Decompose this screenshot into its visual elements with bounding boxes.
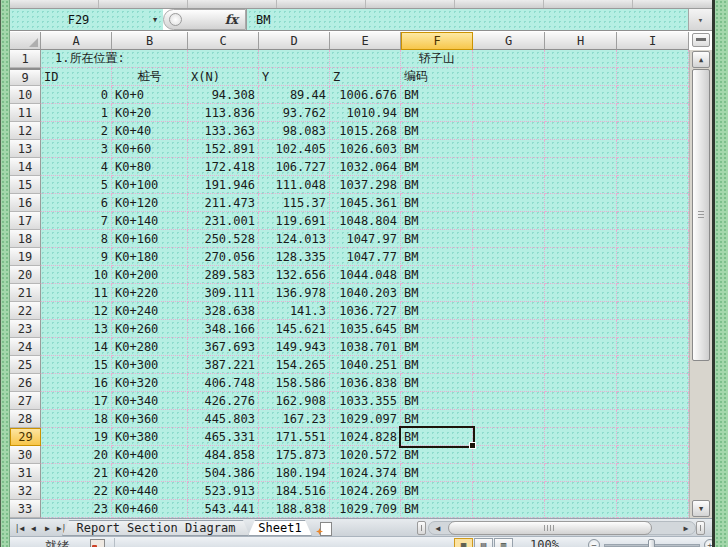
cell-B32[interactable]: K0+440 [112, 482, 188, 500]
cell-H26[interactable] [545, 374, 617, 392]
cell-E13[interactable]: 1026.603 [330, 140, 401, 158]
cell-I10[interactable] [617, 86, 689, 104]
cell-C1[interactable] [188, 50, 259, 68]
cell-H12[interactable] [545, 122, 617, 140]
cell-D9[interactable]: Y [259, 68, 330, 86]
cell-H17[interactable] [545, 212, 617, 230]
cell-A27[interactable]: 17 [41, 392, 112, 410]
column-header-H[interactable]: H [545, 32, 617, 50]
cell-D31[interactable]: 180.194 [259, 464, 330, 482]
cell-G23[interactable] [473, 320, 545, 338]
cell-D10[interactable]: 89.44 [259, 86, 330, 104]
cell-H31[interactable] [545, 464, 617, 482]
row-header-26[interactable]: 26 [10, 374, 41, 392]
cell-C15[interactable]: 191.946 [188, 176, 259, 194]
cell-G16[interactable] [473, 194, 545, 212]
cell-G9[interactable] [473, 68, 545, 86]
cell-G29[interactable] [473, 428, 545, 446]
cell-F31[interactable]: BM [401, 464, 473, 482]
horizontal-scrollbar-thumb[interactable] [448, 521, 652, 535]
row-header-14[interactable]: 14 [10, 158, 41, 176]
cell-C33[interactable]: 543.441 [188, 500, 259, 518]
cell-D24[interactable]: 149.943 [259, 338, 330, 356]
cell-I19[interactable] [617, 248, 689, 266]
cell-A16[interactable]: 6 [41, 194, 112, 212]
cell-I26[interactable] [617, 374, 689, 392]
cell-B25[interactable]: K0+300 [112, 356, 188, 374]
cell-D29[interactable]: 171.551 [259, 428, 330, 446]
cell-B22[interactable]: K0+240 [112, 302, 188, 320]
cell-A19[interactable]: 9 [41, 248, 112, 266]
vertical-scrollbar-thumb[interactable] [692, 69, 710, 361]
cell-G1[interactable] [473, 50, 545, 68]
cell-A17[interactable]: 7 [41, 212, 112, 230]
cell-E22[interactable]: 1036.727 [330, 302, 401, 320]
row-header-30[interactable]: 30 [10, 446, 41, 464]
cell-D15[interactable]: 111.048 [259, 176, 330, 194]
cell-F20[interactable]: BM [401, 266, 473, 284]
cell-B24[interactable]: K0+280 [112, 338, 188, 356]
cell-B9[interactable]: 桩号 [112, 68, 188, 86]
cell-F16[interactable]: BM [401, 194, 473, 212]
cell-F26[interactable]: BM [401, 374, 473, 392]
cell-H30[interactable] [545, 446, 617, 464]
normal-view-icon[interactable]: ▦ [454, 538, 473, 547]
cell-B21[interactable]: K0+220 [112, 284, 188, 302]
cell-C24[interactable]: 367.693 [188, 338, 259, 356]
cell-I12[interactable] [617, 122, 689, 140]
cell-A12[interactable]: 2 [41, 122, 112, 140]
cell-B26[interactable]: K0+320 [112, 374, 188, 392]
cell-I28[interactable] [617, 410, 689, 428]
cell-D1[interactable] [259, 50, 330, 68]
cell-H10[interactable] [545, 86, 617, 104]
cell-D27[interactable]: 162.908 [259, 392, 330, 410]
cell-H11[interactable] [545, 104, 617, 122]
scroll-down-icon[interactable]: ▼ [692, 500, 710, 517]
cell-I21[interactable] [617, 284, 689, 302]
cell-H29[interactable] [545, 428, 617, 446]
cell-I24[interactable] [617, 338, 689, 356]
cell-A1[interactable] [41, 50, 112, 68]
cell-C31[interactable]: 504.386 [188, 464, 259, 482]
cell-E17[interactable]: 1048.804 [330, 212, 401, 230]
row-header-13[interactable]: 13 [10, 140, 41, 158]
cell-B33[interactable]: K0+460 [112, 500, 188, 518]
row-header-33[interactable]: 33 [10, 500, 41, 518]
cell-F18[interactable]: BM [401, 230, 473, 248]
cell-B30[interactable]: K0+400 [112, 446, 188, 464]
cell-A33[interactable]: 23 [41, 500, 112, 518]
formula-bar-input[interactable]: BM [246, 9, 688, 30]
cell-A24[interactable]: 14 [41, 338, 112, 356]
cell-F12[interactable]: BM [401, 122, 473, 140]
cell-E14[interactable]: 1032.064 [330, 158, 401, 176]
cell-I14[interactable] [617, 158, 689, 176]
cell-F11[interactable]: BM [401, 104, 473, 122]
cell-A22[interactable]: 12 [41, 302, 112, 320]
cell-I17[interactable] [617, 212, 689, 230]
scroll-right-icon[interactable]: ▶ [678, 521, 694, 535]
first-sheet-icon[interactable]: |◀ [13, 521, 26, 535]
cell-G17[interactable] [473, 212, 545, 230]
cell-D17[interactable]: 119.691 [259, 212, 330, 230]
row-header-16[interactable]: 16 [10, 194, 41, 212]
cell-H1[interactable] [545, 50, 617, 68]
cell-B29[interactable]: K0+380 [112, 428, 188, 446]
cell-A21[interactable]: 11 [41, 284, 112, 302]
row-header-20[interactable]: 20 [10, 266, 41, 284]
cell-H9[interactable] [545, 68, 617, 86]
cell-F30[interactable]: BM [401, 446, 473, 464]
cell-E11[interactable]: 1010.94 [330, 104, 401, 122]
cell-A25[interactable]: 15 [41, 356, 112, 374]
cell-I9[interactable] [617, 68, 689, 86]
name-box[interactable]: F29 [10, 9, 147, 30]
cell-D26[interactable]: 158.586 [259, 374, 330, 392]
row-header-27[interactable]: 27 [10, 392, 41, 410]
cell-H27[interactable] [545, 392, 617, 410]
cell-G31[interactable] [473, 464, 545, 482]
row-header-12[interactable]: 12 [10, 122, 41, 140]
cell-A23[interactable]: 13 [41, 320, 112, 338]
cell-C11[interactable]: 113.836 [188, 104, 259, 122]
cell-C10[interactable]: 94.308 [188, 86, 259, 104]
fx-icon[interactable]: fx [225, 12, 238, 27]
cell-I22[interactable] [617, 302, 689, 320]
